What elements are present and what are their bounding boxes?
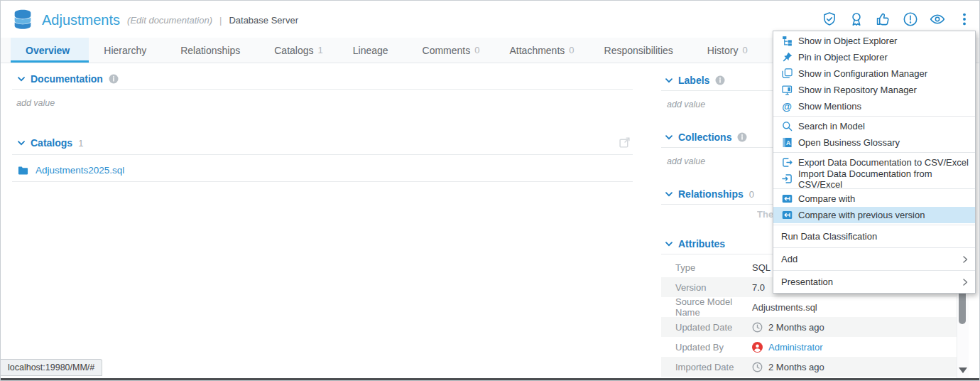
tab-relationships[interactable]: Relationships (165, 38, 259, 63)
tab-count: 0 (474, 45, 479, 55)
tab-overview[interactable]: Overview (11, 38, 89, 63)
glossary-icon: A (781, 137, 793, 148)
info-icon[interactable] (737, 132, 747, 142)
attr-value: Adjustments.sql (752, 302, 817, 313)
attr-value: 7.0 (752, 282, 765, 293)
status-url: localhost:19980/MM/# (8, 363, 94, 372)
external-link-icon[interactable] (619, 136, 631, 149)
menu-item-open-business-glossary[interactable]: A Open Business Glossary (773, 134, 975, 151)
tab-count: 1 (318, 45, 323, 55)
menu-separator (773, 116, 975, 117)
tab-count: 0 (569, 45, 574, 55)
menu-item-import-data-documentation[interactable]: Import Data Documentation from CSV/Excel (773, 171, 975, 187)
section-title: Attributes (678, 238, 725, 249)
submenu-chevron-icon (963, 256, 968, 263)
attr-label: Type (661, 262, 752, 273)
documentation-section-header: Documentation (18, 73, 119, 85)
tab-label: Overview (26, 45, 70, 56)
medal-icon[interactable] (849, 11, 864, 27)
chevron-down-icon[interactable] (18, 141, 25, 146)
tab-hierarchy[interactable]: Hierarchy (89, 38, 165, 63)
kebab-menu-icon[interactable] (957, 11, 972, 27)
updated-by-link[interactable]: Administrator (768, 342, 823, 353)
menu-item-run-data-classification[interactable]: Run Data Classification (773, 227, 975, 246)
section-count: 1 (78, 138, 83, 149)
section-title: Documentation (31, 73, 103, 85)
scrollbar-down-arrow[interactable] (959, 367, 967, 373)
chevron-down-icon[interactable] (665, 78, 673, 83)
chevron-down-icon[interactable] (665, 135, 673, 140)
menu-item-label: Open Business Glossary (798, 137, 900, 148)
menu-item-show-in-object-explorer[interactable]: Show in Object Explorer (773, 33, 975, 49)
tab-label: Responsibilities (604, 45, 673, 56)
chevron-down-icon[interactable] (665, 242, 673, 247)
copies-icon (781, 68, 793, 79)
edit-documentation-hint[interactable]: (Edit documentation) (127, 15, 212, 26)
info-icon[interactable] (715, 75, 725, 85)
tab-attachments[interactable]: Attachments0 (494, 38, 589, 63)
divider (12, 154, 633, 155)
attr-label: Version (661, 282, 752, 293)
thumbs-up-icon[interactable] (876, 11, 891, 27)
tab-catalogs[interactable]: Catalogs1 (259, 38, 338, 63)
pin-icon (781, 52, 793, 63)
submenu-chevron-icon (963, 279, 968, 286)
chevron-down-icon[interactable] (18, 77, 25, 82)
folder-icon (18, 165, 28, 176)
menu-item-label: Compare with (798, 193, 855, 204)
catalogs-section-header: Catalogs 1 (18, 136, 83, 149)
attr-label: Source Model Name (661, 296, 752, 318)
page-title: Adjustments (42, 12, 120, 28)
catalog-link[interactable]: Adjustments2025.sql (36, 165, 124, 176)
tab-responsibilities[interactable]: Responsibilities (589, 38, 692, 63)
import-icon (781, 173, 793, 184)
header-title-group: Adjustments (Edit documentation) | Datab… (11, 6, 298, 33)
catalog-list-item[interactable]: Adjustments2025.sql (12, 159, 633, 181)
tab-comments[interactable]: Comments0 (408, 38, 495, 63)
tab-lineage[interactable]: Lineage (338, 38, 408, 63)
collections-add-value[interactable]: add value (667, 156, 705, 166)
menu-item-compare-with-previous-version[interactable]: Compare with previous version (773, 207, 975, 223)
chevron-down-icon[interactable] (665, 192, 673, 197)
collections-section-header: Collections (665, 131, 747, 144)
section-title: Catalogs (31, 137, 72, 149)
attr-row-updated-date: Updated Date 2 Months ago (661, 317, 957, 337)
menu-item-label: Run Data Classification (781, 231, 877, 242)
menu-item-show-mentions[interactable]: @ Show Mentions (773, 98, 975, 114)
menu-item-add[interactable]: Add (773, 249, 975, 269)
menu-item-show-in-repository-manager[interactable]: Show in Repository Manager (773, 82, 975, 98)
menu-item-label: Export Data Documentation to CSV/Excel (798, 157, 969, 168)
documentation-add-value[interactable]: add value (16, 98, 55, 108)
menu-item-label: Presentation (781, 277, 833, 287)
menu-item-presentation[interactable]: Presentation (773, 272, 975, 291)
monitor-icon (781, 85, 793, 95)
section-title: Relationships (678, 188, 744, 200)
alert-circle-icon[interactable] (903, 11, 918, 27)
tab-history[interactable]: History0 (692, 38, 763, 63)
menu-item-pin-in-object-explorer[interactable]: Pin in Object Explorer (773, 49, 975, 65)
shield-check-icon[interactable] (822, 11, 837, 27)
search-icon (781, 121, 793, 132)
divider (12, 181, 633, 182)
menu-item-compare-with[interactable]: Compare with (773, 190, 975, 207)
tab-label: History (707, 45, 739, 56)
menu-separator (773, 247, 975, 248)
attr-value: 2 Months ago (768, 322, 824, 333)
labels-add-value[interactable]: add value (667, 100, 705, 109)
menu-item-label: Show in Configuration Manager (798, 68, 927, 79)
menu-separator (773, 152, 975, 153)
context-menu: Show in Object Explorer Pin in Object Ex… (773, 31, 976, 294)
menu-item-label: Add (781, 254, 797, 264)
eye-icon[interactable] (930, 11, 945, 27)
attr-label: Updated Date (661, 322, 752, 333)
tab-count: 0 (742, 45, 747, 55)
tab-label: Attachments (509, 45, 565, 56)
attr-row-updated-by: Updated By Administrator (661, 337, 957, 357)
menu-item-label: Pin in Object Explorer (798, 52, 888, 63)
menu-item-search-in-model[interactable]: Search in Model (773, 118, 975, 134)
menu-separator (773, 270, 975, 271)
menu-item-label: Search in Model (798, 121, 865, 132)
info-icon[interactable] (109, 74, 119, 84)
menu-item-show-in-configuration-manager[interactable]: Show in Configuration Manager (773, 65, 975, 82)
attr-label: Updated By (661, 342, 752, 353)
